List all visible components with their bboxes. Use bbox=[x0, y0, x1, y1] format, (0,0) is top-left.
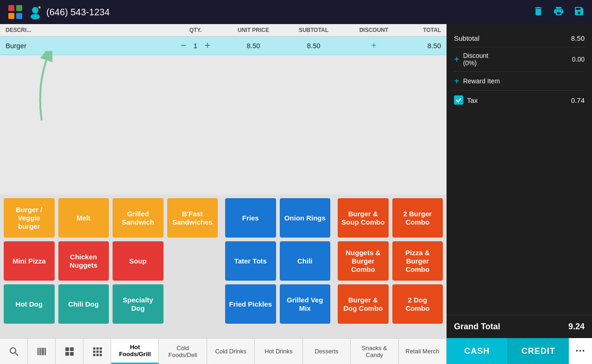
header-actions bbox=[533, 6, 585, 19]
menu-item-chili[interactable]: Chili bbox=[280, 241, 331, 281]
save-button[interactable] bbox=[573, 6, 585, 19]
svg-line-9 bbox=[15, 353, 18, 356]
svg-rect-29 bbox=[100, 354, 102, 356]
col-total: TOTAL bbox=[404, 27, 441, 33]
menu-col-fries: Fries Tater Tots Fried Pickles bbox=[225, 198, 276, 334]
tab-retail-merch[interactable]: Retail Merch bbox=[399, 339, 447, 364]
right-panel: Subtotal 8.50 + Discount(0%) 0.00 + Rewa… bbox=[447, 24, 592, 364]
svg-rect-28 bbox=[96, 354, 99, 356]
svg-rect-1 bbox=[16, 5, 22, 11]
col-description: DESCRI... bbox=[6, 27, 168, 33]
svg-rect-20 bbox=[70, 352, 74, 356]
table-row[interactable]: Burger − 1 + 8.50 8.50 + 8.50 bbox=[0, 37, 447, 55]
menu-col-combos-1: Burger & Soup Combo Nuggets & Burger Com… bbox=[338, 198, 389, 334]
svg-rect-10 bbox=[38, 348, 38, 355]
menu-item-2-burger-combo[interactable]: 2 Burger Combo bbox=[392, 198, 443, 238]
menu-item-chili-dog[interactable]: Chili Dog bbox=[58, 284, 109, 324]
reward-add-button[interactable]: + bbox=[454, 76, 460, 86]
discount-cell: + bbox=[344, 40, 404, 51]
subtotal-label: Subtotal bbox=[454, 34, 479, 42]
tax-checkbox[interactable] bbox=[454, 95, 463, 105]
svg-rect-18 bbox=[70, 347, 74, 351]
qty-increase-button[interactable]: + bbox=[205, 40, 210, 51]
menu-item-hot-dog[interactable]: Hot Dog bbox=[4, 284, 55, 324]
menu-item-mini-pizza[interactable]: Mini Pizza bbox=[4, 241, 55, 281]
phone-number: (646) 543-1234 bbox=[46, 7, 533, 18]
tab-snacks-candy[interactable]: Snacks & Candy bbox=[351, 339, 398, 364]
tab-cold-foods-deli[interactable]: Cold Foods/Deli bbox=[159, 339, 207, 364]
discount-add-button[interactable]: + bbox=[371, 40, 377, 51]
col-subtotal: SUBTOTAL bbox=[283, 27, 344, 33]
tab-desserts[interactable]: Desserts bbox=[303, 339, 351, 364]
svg-rect-12 bbox=[40, 348, 41, 355]
menu-item-burger-soup-combo[interactable]: Burger & Soup Combo bbox=[338, 198, 389, 238]
tab-cold-drinks[interactable]: Cold Drinks bbox=[207, 339, 255, 364]
menu-item-chicken-nuggets[interactable]: Chicken Nuggets bbox=[58, 241, 109, 281]
discount-row: + Discount(0%) 0.00 bbox=[454, 48, 585, 70]
grand-total-value: 9.24 bbox=[568, 322, 585, 332]
svg-rect-24 bbox=[93, 351, 95, 353]
svg-rect-13 bbox=[41, 348, 42, 355]
tab-hot-foods-grill[interactable]: Hot Foods/Grill bbox=[111, 339, 159, 364]
svg-rect-25 bbox=[96, 351, 99, 353]
menu-item-nuggets-burger-combo[interactable]: Nuggets & Burger Combo bbox=[338, 241, 389, 281]
menu-item-soup[interactable]: Soup bbox=[113, 241, 164, 281]
cash-button[interactable]: CASH bbox=[447, 338, 508, 364]
order-rows: Burger − 1 + 8.50 8.50 + 8.50 bbox=[0, 37, 447, 195]
header: (646) 543-1234 bbox=[0, 0, 592, 24]
print-button[interactable] bbox=[553, 6, 564, 19]
user-icon[interactable] bbox=[28, 5, 43, 19]
menu-item-pizza-burger-combo[interactable]: Pizza & Burger Combo bbox=[392, 241, 443, 281]
credit-button[interactable]: CREDIT bbox=[508, 338, 569, 364]
barcode-tab-icon[interactable] bbox=[28, 339, 56, 364]
row-total: 8.50 bbox=[404, 42, 441, 50]
menu-item-bfast-sandwiches[interactable]: B'Fast Sandwiches bbox=[167, 198, 218, 238]
grid-small-tab-icon[interactable] bbox=[56, 339, 83, 364]
svg-marker-6 bbox=[38, 6, 41, 9]
menu-item-fried-pickles[interactable]: Fried Pickles bbox=[225, 284, 276, 324]
subtotal-row: Subtotal 8.50 bbox=[454, 31, 585, 46]
menu-item-melt[interactable]: Melt bbox=[58, 198, 109, 238]
grand-total-section: Grand Total 9.24 bbox=[447, 315, 592, 338]
svg-point-5 bbox=[31, 14, 40, 19]
svg-rect-17 bbox=[65, 347, 69, 351]
menu-item-burger-dog-combo[interactable]: Burger & Dog Combo bbox=[338, 284, 389, 324]
menu-item-grilled-veg-mix[interactable]: Grilled Veg Mix bbox=[280, 284, 331, 324]
menu-item-specialty-dog[interactable]: Specialty Dog bbox=[113, 284, 164, 324]
menu-item-onion-rings[interactable]: Onion Rings bbox=[280, 198, 331, 238]
menu-grid: Burger / Veggie burger Mini Pizza Hot Do… bbox=[0, 195, 447, 338]
svg-point-4 bbox=[32, 7, 38, 13]
row-subtotal: 8.50 bbox=[283, 42, 344, 50]
discount-add-button[interactable]: + bbox=[454, 55, 460, 64]
menu-item-2-dog-combo[interactable]: 2 Dog Combo bbox=[392, 284, 443, 324]
svg-rect-11 bbox=[39, 348, 39, 355]
tab-hot-drinks[interactable]: Hot Drinks bbox=[255, 339, 302, 364]
svg-rect-2 bbox=[8, 13, 14, 19]
reward-label: Reward Item bbox=[463, 77, 585, 85]
menu-item-tater-tots[interactable]: Tater Tots bbox=[225, 241, 276, 281]
grand-total-label: Grand Total bbox=[454, 322, 500, 332]
col-qty: QTY. bbox=[168, 27, 223, 33]
qty-decrease-button[interactable]: − bbox=[181, 40, 186, 51]
logo bbox=[7, 4, 23, 20]
menu-col-sandwiches: Grilled Sandwich Soup Specialty Dog bbox=[113, 198, 164, 334]
discount-value: 0.00 bbox=[572, 56, 585, 63]
tax-label: Tax bbox=[467, 96, 567, 104]
order-table-header: DESCRI... QTY. UNIT PRICE SUBTOTAL DISCO… bbox=[0, 24, 447, 37]
subtotal-value: 8.50 bbox=[571, 34, 585, 42]
qty-cell: − 1 + bbox=[168, 40, 223, 51]
menu-item-fries[interactable]: Fries bbox=[225, 198, 276, 238]
delete-button[interactable] bbox=[533, 6, 544, 19]
menu-area: Burger / Veggie burger Mini Pizza Hot Do… bbox=[0, 195, 447, 338]
row-unit-price: 8.50 bbox=[223, 42, 283, 50]
menu-item-burger-veggie[interactable]: Burger / Veggie burger bbox=[4, 198, 55, 238]
grid-large-tab-icon[interactable] bbox=[83, 339, 111, 364]
search-tab-icon[interactable] bbox=[0, 339, 28, 364]
menu-col-melts: Melt Chicken Nuggets Chili Dog bbox=[58, 198, 109, 334]
menu-item-grilled-sandwich[interactable]: Grilled Sandwich bbox=[113, 198, 164, 238]
svg-rect-15 bbox=[44, 348, 44, 355]
more-button[interactable]: ··· bbox=[569, 338, 592, 364]
menu-col-burgers: Burger / Veggie burger Mini Pizza Hot Do… bbox=[4, 198, 55, 334]
summary-body: Subtotal 8.50 + Discount(0%) 0.00 + Rewa… bbox=[447, 24, 592, 315]
svg-rect-0 bbox=[8, 5, 14, 11]
